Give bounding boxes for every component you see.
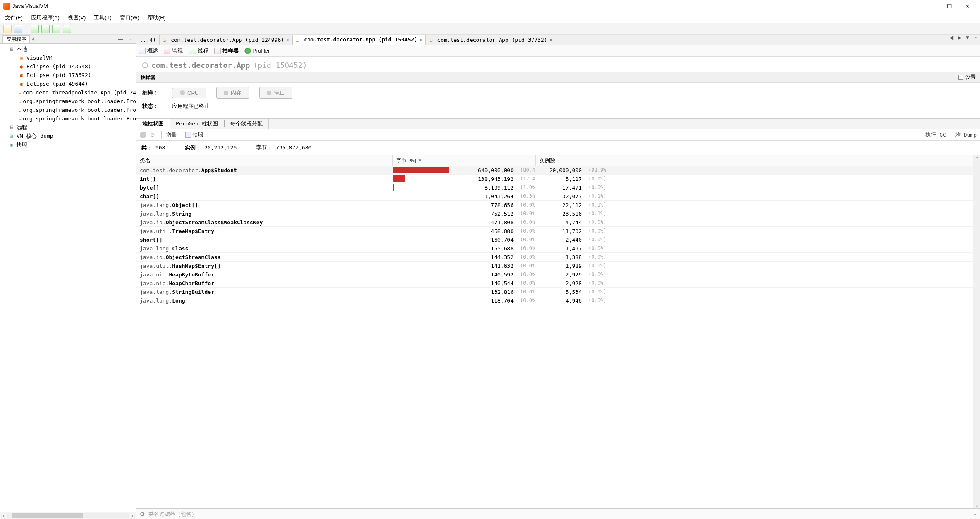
- tree-local[interactable]: ⊟🖥本地: [0, 45, 136, 53]
- subtab-overview[interactable]: 概述: [139, 47, 158, 55]
- tab-app-3[interactable]: com.test.decorator.App (pid 37732)✕: [426, 35, 556, 45]
- menu-help[interactable]: 帮助(H): [145, 13, 168, 22]
- tree-item-threadpool[interactable]: ☕com.demo.threadpoolsize.App (pid 24116): [0, 88, 136, 97]
- cell-instances: 22,112: [535, 202, 585, 208]
- menu-window[interactable]: 窗口(W): [117, 13, 142, 22]
- filter-input[interactable]: 类名过滤器（包含）: [148, 510, 197, 518]
- tab-permgen-histogram[interactable]: PermGen 柱状图: [170, 119, 224, 129]
- table-row[interactable]: byte[]8,139,112(1.0%)17,471(0.0%): [136, 183, 973, 192]
- table-row[interactable]: java.lang.String752,512(0.0%)23,516(0.1%…: [136, 209, 973, 218]
- tree-snapshot[interactable]: ▣快照: [0, 140, 136, 149]
- scroll-h-thumb[interactable]: [12, 513, 83, 518]
- table-row[interactable]: java.util.TreeMap$Entry468,080(0.0%)11,7…: [136, 227, 973, 235]
- table-row[interactable]: java.lang.Class155,688(0.0%)1,497(0.0%): [136, 244, 973, 253]
- tab-close-icon[interactable]: ✕: [419, 37, 422, 43]
- table-row[interactable]: char[]3,043,264(0.3%)32,077(0.1%): [136, 192, 973, 201]
- filter-dropdown-icon[interactable]: ⌄: [973, 512, 977, 516]
- toolbar-open-icon[interactable]: [3, 25, 12, 33]
- sidebar-tab-close-icon[interactable]: ✕: [31, 36, 35, 42]
- stats-bar: 类： 908 实例： 20,212,126 字节： 795,877,680: [136, 141, 980, 155]
- menu-file[interactable]: 文件(F): [2, 13, 25, 22]
- scroll-left-icon[interactable]: ‹: [0, 513, 7, 519]
- table-row[interactable]: java.nio.HeapByteBuffer140,592(0.0%)2,92…: [136, 270, 973, 279]
- subtab-sampler[interactable]: 抽样器: [214, 47, 239, 55]
- heapdump-link[interactable]: 堆 Dump: [955, 131, 977, 139]
- toolbar-btn-4[interactable]: [63, 25, 71, 33]
- tree-item-spring-3[interactable]: ☕org.springframework.boot.loader.Propert: [0, 114, 136, 123]
- tab-dropdown-icon[interactable]: ▼: [963, 35, 972, 45]
- tree-remote[interactable]: 🖥远程: [0, 123, 136, 132]
- cell-bytes-pct: (80.4%): [517, 167, 535, 173]
- snapshot-button[interactable]: 快照: [185, 131, 203, 139]
- tab-maximize-icon[interactable]: ▫: [972, 35, 980, 45]
- stop-button[interactable]: 停止: [259, 87, 292, 99]
- table-row[interactable]: java.io.ObjectStreamClass144,352(0.0%)1,…: [136, 253, 973, 262]
- tree-item-spring-1[interactable]: ☕org.springframework.boot.loader.Propert: [0, 97, 136, 106]
- close-button[interactable]: ✕: [958, 0, 977, 12]
- settings-checkbox[interactable]: 设置: [958, 74, 976, 81]
- table-row[interactable]: java.lang.Object[]778,656(0.0%)22,112(0.…: [136, 201, 973, 209]
- table-row[interactable]: java.util.HashMap$Entry[]141,632(0.0%)1,…: [136, 262, 973, 270]
- col-name[interactable]: 类名: [136, 155, 393, 166]
- delta-button[interactable]: 增量: [166, 131, 177, 139]
- memory-button[interactable]: 内存: [216, 87, 249, 99]
- scroll-up-icon[interactable]: ⌃: [975, 156, 978, 161]
- cell-classname: java.lang.StringBuilder: [136, 289, 393, 295]
- table-row[interactable]: java.io.ObjectStreamClass$WeakClassKey47…: [136, 218, 973, 227]
- tab-app-1[interactable]: com.test.decorator.App (pid 124996)✕: [160, 35, 293, 45]
- refresh-icon[interactable]: ⟳: [151, 132, 157, 138]
- cell-bar: [393, 219, 463, 226]
- cell-bar: [393, 175, 463, 183]
- subtab-threads[interactable]: 线程: [189, 47, 208, 55]
- filter-icon[interactable]: ⚙: [140, 511, 145, 517]
- cell-bar: [393, 166, 463, 174]
- threads-icon: [189, 48, 196, 54]
- scroll-down-icon[interactable]: ⌄: [975, 503, 978, 507]
- table-row[interactable]: java.lang.StringBuilder132,816(0.0%)5,53…: [136, 288, 973, 296]
- sidebar-tab-apps[interactable]: 应用程序: [2, 35, 30, 43]
- tab-close-icon[interactable]: ✕: [550, 37, 552, 43]
- tab-app-2[interactable]: com.test.decorator.App (pid 150452)✕: [293, 35, 426, 45]
- tab-nav-left-icon[interactable]: ◀: [947, 35, 955, 45]
- subtab-profiler[interactable]: Profiler: [244, 48, 270, 54]
- gc-link[interactable]: 执行 GC: [925, 131, 946, 139]
- toolbar-save-icon[interactable]: [14, 25, 22, 33]
- table-row[interactable]: com.test.decorator.App$Student640,000,00…: [136, 166, 973, 175]
- table-row[interactable]: java.nio.HeapCharBuffer140,544(0.0%)2,92…: [136, 279, 973, 288]
- col-bytes-pct[interactable]: 字节 [%]▼: [393, 155, 535, 166]
- tree-item-eclipse-1[interactable]: ◐Eclipse (pid 143548): [0, 62, 136, 71]
- menu-apps[interactable]: 应用程序(A): [29, 13, 62, 22]
- toolbar-btn-3[interactable]: [52, 25, 60, 33]
- tab-more[interactable]: ...4): [136, 35, 160, 45]
- table-row[interactable]: short[]160,704(0.0%)2,440(0.0%): [136, 235, 973, 244]
- table-row[interactable]: java.lang.Long118,704(0.0%)4,946(0.0%): [136, 296, 973, 305]
- toolbar-btn-2[interactable]: [41, 25, 50, 33]
- applications-tree[interactable]: ⊟🖥本地 ◉VisualVM ◐Eclipse (pid 143548) ◐Ec…: [0, 44, 136, 512]
- table-v-scrollbar[interactable]: ⌃ ⌄: [973, 155, 980, 508]
- table-row[interactable]: int[]138,943,192(17.4%)5,117(0.0%): [136, 175, 973, 183]
- tree-item-eclipse-3[interactable]: ◐Eclipse (pid 49644): [0, 79, 136, 88]
- tree-item-spring-2[interactable]: ☕org.springframework.boot.loader.Propert: [0, 106, 136, 114]
- sidebar-h-scrollbar[interactable]: ‹ ›: [0, 512, 136, 519]
- sidebar-dock-icon[interactable]: ▫: [126, 36, 134, 42]
- scroll-right-icon[interactable]: ›: [129, 513, 136, 519]
- maximize-button[interactable]: ☐: [940, 0, 958, 12]
- tab-close-icon[interactable]: ✕: [286, 37, 289, 43]
- pause-icon[interactable]: [140, 132, 146, 138]
- cell-bytes-pct: (0.3%): [517, 193, 535, 199]
- menu-tools[interactable]: 工具(T): [91, 13, 114, 22]
- minimize-button[interactable]: —: [922, 0, 940, 12]
- toolbar-btn-1[interactable]: [31, 25, 39, 33]
- menu-view[interactable]: 视图(V): [65, 13, 88, 22]
- tree-item-visualvm[interactable]: ◉VisualVM: [0, 53, 136, 62]
- tree-coredump[interactable]: 🗎VM 核心 dump: [0, 132, 136, 140]
- tab-heap-histogram[interactable]: 堆柱状图: [136, 119, 170, 129]
- cell-bytes-pct: (0.0%): [517, 272, 535, 277]
- tab-per-thread-alloc[interactable]: 每个线程分配: [225, 119, 269, 129]
- sidebar-minimize-icon[interactable]: —: [117, 36, 124, 42]
- subtab-monitor[interactable]: 监视: [164, 47, 183, 55]
- col-instances[interactable]: 实例数: [536, 155, 606, 166]
- cpu-button[interactable]: CPU: [172, 88, 206, 98]
- tab-nav-right-icon[interactable]: ▶: [955, 35, 963, 45]
- tree-item-eclipse-2[interactable]: ◐Eclipse (pid 173692): [0, 71, 136, 79]
